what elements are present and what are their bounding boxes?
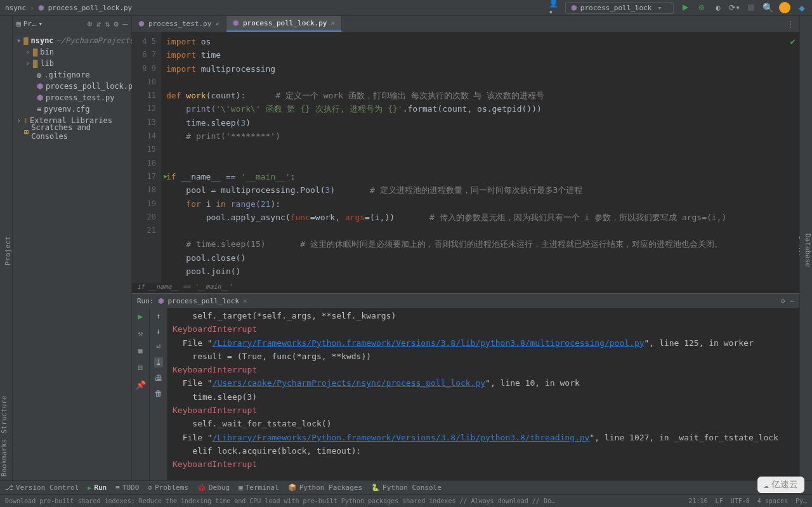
close-icon[interactable]: × [243, 297, 247, 305]
title-bar: nsync › ⬢ process_poll_lock.py 👤▾ ⬢ proc… [0, 0, 812, 16]
tree-scratches[interactable]: ⊞Scratches and Consoles [13, 126, 131, 138]
interpreter[interactable]: Py… [796, 497, 807, 504]
file-encoding[interactable]: UTF-8 [731, 497, 750, 504]
status-message[interactable]: Download pre-built shared indexes: Reduc… [5, 497, 557, 504]
hide-icon[interactable]: — [122, 19, 128, 29]
python-packages-tab[interactable]: 📦 Python Packages [288, 484, 362, 492]
inspection-ok-icon[interactable]: ✔ [790, 36, 796, 46]
run-header: Run: ⬢ process_poll_lock × ⚙ — [132, 294, 799, 308]
up-icon[interactable]: ↑ [156, 312, 160, 320]
trash-icon[interactable]: 🗑 [155, 389, 162, 398]
file-icon: ◍ [37, 70, 41, 79]
search-button[interactable]: 🔍 [763, 3, 773, 13]
project-tool-tab[interactable]: Project [4, 234, 12, 268]
tab-label: process_test.py [148, 20, 211, 28]
hide-icon[interactable]: — [790, 297, 794, 305]
tree-root-path: ~/PycharmProjects/ [56, 36, 139, 45]
python-console-tab[interactable]: 🐍 Python Console [371, 484, 442, 492]
tool-icon[interactable]: ⚒ [138, 329, 143, 338]
right-tool-rail: Database SciView [799, 16, 812, 480]
tree-folder[interactable]: ›▇lib [13, 58, 131, 69]
breadcrumb-file[interactable]: process_poll_lock.py [48, 4, 132, 12]
project-panel-title[interactable]: ▤ Pr… ▾ [16, 20, 84, 28]
python-file-icon: ⬢ [37, 93, 43, 102]
line-ending[interactable]: LF [716, 497, 723, 504]
breadcrumb-sep-icon: › [30, 4, 34, 12]
down-icon[interactable]: ↓ [156, 327, 160, 336]
chevron-right-icon: › [25, 48, 30, 56]
tree-root-name: nsync [30, 36, 53, 45]
user-icon[interactable]: 👤▾ [549, 3, 559, 13]
code-editor[interactable]: import os import time import multiproces… [161, 32, 799, 283]
stop-button[interactable]: ◼ [138, 346, 143, 355]
expand-all-icon[interactable]: ⇵ [96, 19, 102, 29]
run-tab[interactable]: ▶ Run [88, 484, 107, 492]
rerun-button[interactable]: ▶ [138, 312, 143, 321]
folder-icon: ▇ [33, 48, 37, 56]
console-output[interactable]: self._target(*self._args, **self._kwargs… [167, 308, 799, 480]
breadcrumb: nsync › ⬢ process_poll_lock.py [5, 4, 132, 12]
tree-file[interactable]: ⬢process_test.py [13, 92, 131, 103]
debug-button[interactable]: ⌾ [697, 3, 707, 13]
database-tool-tab[interactable]: Database [804, 231, 812, 270]
file-icon: ≡ [37, 105, 41, 114]
collapse-all-icon[interactable]: ⇅ [105, 19, 110, 29]
scroll-icon[interactable]: ⤓ [154, 357, 163, 367]
bookmarks-tool-tab[interactable]: Bookmarks [0, 438, 13, 477]
run-config-dropdown[interactable]: ⬢ process_poll_lock ▾ [565, 2, 674, 14]
stop-button[interactable] [746, 3, 756, 13]
todo-tab[interactable]: ≡ TODO [115, 484, 139, 492]
breadcrumb-project[interactable]: nsync [5, 4, 26, 12]
profiler-button[interactable]: ⟳▾ [730, 3, 740, 13]
cursor-position[interactable]: 21:16 [689, 497, 708, 504]
status-bar: Download pre-built shared indexes: Reduc… [0, 494, 812, 507]
problems-tab[interactable]: ⊘ Problems [148, 484, 188, 492]
gear-icon[interactable]: ⚙ [114, 19, 119, 29]
locate-icon[interactable]: ⊕ [88, 19, 93, 29]
close-icon[interactable]: × [215, 20, 219, 28]
tree-folder[interactable]: ›▇bin [13, 46, 131, 58]
editor-tab-active[interactable]: ⬢ process_poll_lock.py × [226, 16, 342, 32]
left-rail-bottom: Bookmarks Structure [0, 393, 13, 479]
terminal-tab[interactable]: ▣ Terminal [239, 484, 279, 492]
close-icon[interactable]: × [331, 19, 335, 27]
run-gutter-icon[interactable]: ▶ [164, 169, 167, 183]
run-tool-window: Run: ⬢ process_poll_lock × ⚙ — ▶ ⚒ ◼ ⊟ 📌 [132, 293, 799, 480]
editor-tab[interactable]: ⬢ process_test.py × [132, 16, 226, 32]
editor-area: ⬢ process_test.py × ⬢ process_poll_lock.… [132, 16, 799, 480]
run-button[interactable] [680, 3, 690, 13]
scratches-icon: ⊞ [24, 128, 29, 136]
version-control-tab[interactable]: ⎇ Version Control [5, 484, 79, 492]
chevron-right-icon: › [16, 116, 22, 125]
tree-file[interactable]: ≡pyvenv.cfg [13, 103, 131, 115]
tree-file[interactable]: ⬢process_poll_lock.py [13, 81, 131, 92]
project-tree[interactable]: ▾ ▇ nsync ~/PycharmProjects/ ›▇bin ›▇lib… [13, 32, 131, 140]
ide-settings-button[interactable]: ◆ [797, 3, 807, 13]
avatar[interactable] [779, 2, 790, 13]
layout-icon[interactable]: ⊟ [138, 363, 143, 372]
tree-file[interactable]: ◍.gitignore [13, 69, 131, 81]
structure-tool-tab[interactable]: Structure [0, 396, 13, 434]
gear-icon[interactable]: ⚙ [781, 297, 785, 305]
indent-setting[interactable]: 4 spaces [757, 497, 788, 504]
code-breadcrumb[interactable]: if __name__ == '__main__' [132, 283, 799, 293]
stop-icon [748, 4, 754, 11]
folder-icon: ▤ [16, 20, 21, 28]
tree-root[interactable]: ▾ ▇ nsync ~/PycharmProjects/ [13, 35, 131, 46]
debug-tab[interactable]: 🐞 Debug [197, 484, 230, 492]
pin-icon[interactable]: 📌 [136, 380, 146, 390]
library-icon: ⫴ [24, 116, 27, 125]
tabs-menu-icon[interactable]: ⋮ [782, 16, 799, 32]
run-title: process_poll_lock [168, 297, 240, 305]
folder-icon: ▇ [33, 59, 37, 68]
print-icon[interactable]: 🖶 [155, 374, 162, 383]
wrap-icon[interactable]: ⏎ [156, 342, 160, 351]
editor-gutter[interactable]: 4 5 6 7 8 9 10 11 12 13 14 15 16 17 18 1… [132, 32, 161, 283]
run-coverage-button[interactable]: ◐ [713, 3, 723, 13]
chevron-down-icon: ▾ [16, 36, 21, 45]
python-file-icon: ⬢ [38, 4, 44, 12]
python-file-icon: ⬢ [37, 82, 43, 91]
run-title-prefix: Run: [137, 297, 154, 305]
chevron-down-icon: ▾ [657, 4, 662, 12]
project-panel-header: ▤ Pr… ▾ ⊕ ⇵ ⇅ ⚙ — [13, 16, 131, 32]
